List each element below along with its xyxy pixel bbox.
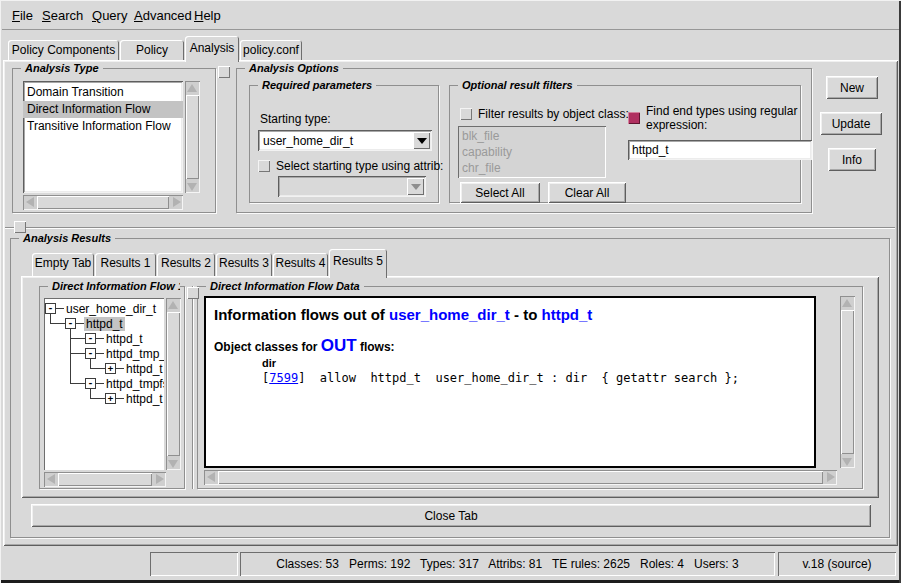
select-all-button[interactable]: Select All	[460, 182, 540, 203]
results-tab-3[interactable]: Results 3	[216, 253, 272, 276]
results-tab-empty[interactable]: Empty Tab	[32, 253, 94, 276]
tab-policy-components[interactable]: Policy Components	[8, 40, 119, 60]
data-vscrollbar[interactable]	[840, 296, 855, 468]
expander-icon[interactable]: +	[105, 363, 116, 374]
optional-filters-title: Optional result filters	[458, 79, 577, 91]
object-class-item: capability	[458, 144, 606, 160]
scroll-right-icon[interactable]	[170, 195, 183, 208]
analysis-type-vscrollbar[interactable]	[185, 81, 200, 193]
expander-icon[interactable]: -	[85, 378, 96, 389]
analysis-results-title: Analysis Results	[19, 232, 115, 244]
menu-file[interactable]: File	[12, 8, 33, 23]
results-tab-5-selected[interactable]: Results 5	[329, 249, 387, 278]
menu-advanced[interactable]: Advanced	[134, 8, 192, 23]
regex-input[interactable]	[628, 140, 812, 160]
scroll-left-icon[interactable]	[23, 195, 36, 208]
analysis-options-frame: Analysis Options Required parameters Sta…	[236, 68, 812, 213]
combobox-dropdown-icon[interactable]	[413, 132, 430, 149]
tree-node-httpd-t[interactable]: +httpd_t	[105, 391, 164, 406]
tab-policy-conf[interactable]: policy.conf	[240, 40, 302, 60]
scrollbar-thumb[interactable]	[37, 196, 169, 209]
tree-connector	[70, 353, 85, 354]
tab-policy-rules[interactable]: Policy Rules	[120, 40, 184, 60]
starting-type-combobox[interactable]: user_home_dir_t	[258, 130, 432, 151]
expander-icon[interactable]: +	[105, 393, 116, 404]
pane-sash-handle[interactable]	[218, 66, 230, 78]
clear-all-button[interactable]: Clear All	[548, 182, 626, 203]
results-tab-1[interactable]: Results 1	[95, 253, 156, 276]
scroll-down-icon[interactable]	[166, 457, 179, 470]
info-button[interactable]: Info	[828, 148, 876, 171]
tree-node-httpd-t-selected[interactable]: -httpd_t	[65, 316, 125, 331]
tree-node-httpd-t[interactable]: +httpd_t	[105, 361, 164, 376]
tree-node-httpd-t[interactable]: -httpd_t	[85, 331, 145, 346]
results-tab-2[interactable]: Results 2	[157, 253, 215, 276]
scroll-up-icon[interactable]	[185, 81, 198, 94]
scrollbar-thumb[interactable]	[218, 471, 823, 484]
scrollbar-thumb[interactable]	[841, 310, 854, 454]
scroll-right-icon[interactable]	[824, 470, 837, 483]
update-button[interactable]: Update	[820, 112, 882, 135]
expander-icon[interactable]: -	[85, 333, 96, 344]
object-class-listbox: blk_file capability chr_file	[458, 126, 606, 178]
menu-bar: File Search Query Advanced Help	[2, 1, 899, 30]
starting-type-label: Starting type:	[260, 112, 331, 126]
scroll-right-icon[interactable]	[153, 472, 166, 485]
tab-analysis[interactable]: Analysis	[185, 36, 239, 62]
scroll-left-icon[interactable]	[204, 470, 217, 483]
rule-number-link[interactable]: 7599	[269, 371, 298, 385]
status-policy-version: v.18 (source)	[778, 552, 896, 576]
flow-data-text[interactable]: Information flows out of user_home_dir_t…	[204, 296, 816, 468]
required-parameters-frame: Required parameters Starting type: user_…	[249, 85, 439, 203]
filter-object-class-checkbox[interactable]	[460, 108, 472, 120]
tree-connector	[90, 368, 105, 369]
regex-checkbox[interactable]	[628, 112, 640, 124]
regex-checkbox-label[interactable]: Find end types using regular expression:	[646, 104, 814, 132]
object-class-item: blk_file	[458, 128, 606, 144]
results-tab-4[interactable]: Results 4	[273, 253, 328, 276]
scrollbar-thumb[interactable]	[167, 312, 180, 456]
menu-search[interactable]: Search	[42, 8, 83, 23]
menu-query[interactable]: Query	[92, 8, 127, 23]
tree-connector	[70, 383, 85, 384]
tree-connector	[70, 338, 85, 339]
analysis-type-option-selected[interactable]: Direct Information Flow	[23, 101, 183, 118]
source-type: user_home_dir_t	[389, 306, 510, 323]
attrib-combobox	[278, 176, 426, 197]
attrib-checkbox[interactable]	[258, 160, 270, 172]
scroll-up-icon[interactable]	[166, 298, 179, 311]
new-button[interactable]: New	[826, 76, 878, 99]
starting-type-value[interactable]: user_home_dir_t	[260, 132, 412, 149]
expander-icon[interactable]: -	[85, 348, 96, 359]
tree-hscrollbar[interactable]	[44, 472, 166, 487]
tree-connector	[90, 398, 105, 399]
flow-tree-canvas: -user_home_dir_t -httpd_t -httpd_t -http…	[44, 298, 164, 470]
analysis-type-option[interactable]: Domain Transition	[23, 84, 183, 101]
target-type: httpd_t	[542, 306, 593, 323]
scrollbar-thumb[interactable]	[186, 95, 199, 179]
menu-help[interactable]: Help	[194, 8, 221, 23]
analysis-type-hscrollbar[interactable]	[23, 195, 183, 210]
data-hscrollbar[interactable]	[204, 470, 837, 485]
analysis-type-title: Analysis Type	[21, 62, 103, 74]
tree-connector	[50, 323, 65, 324]
pane-sash-handle[interactable]	[14, 221, 26, 233]
analysis-type-option[interactable]: Transitive Information Flow	[23, 118, 183, 135]
tree-node-httpd-tmpfs-t[interactable]: -httpd_tmpfs_t	[85, 376, 164, 391]
scroll-up-icon[interactable]	[840, 296, 853, 309]
scroll-down-icon[interactable]	[185, 180, 198, 193]
scroll-left-icon[interactable]	[44, 472, 57, 485]
scroll-down-icon[interactable]	[840, 455, 853, 468]
expander-icon[interactable]: -	[45, 303, 56, 314]
flow-subheader: Object classes for OUT flows:	[214, 336, 814, 356]
tree-node-user-home-dir-t[interactable]: -user_home_dir_t	[45, 301, 158, 316]
results-sash-handle[interactable]	[187, 287, 199, 299]
filter-object-class-label[interactable]: Filter results by object class:	[478, 107, 629, 121]
tree-vscrollbar[interactable]	[166, 298, 181, 470]
attrib-checkbox-label[interactable]: Select starting type using attrib:	[276, 159, 443, 173]
expander-icon[interactable]: -	[65, 318, 76, 329]
flow-data-title: Direct Information Flow Data	[206, 280, 364, 292]
scrollbar-thumb[interactable]	[58, 473, 152, 486]
tree-node-httpd-tmp-t[interactable]: -httpd_tmp_t	[85, 346, 164, 361]
close-tab-button[interactable]: Close Tab	[31, 504, 871, 527]
